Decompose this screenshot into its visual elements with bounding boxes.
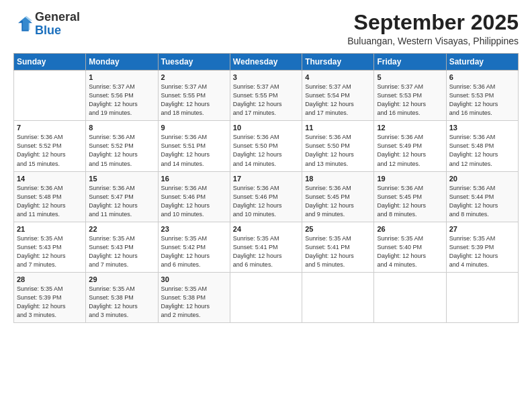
week-row-1: 1Sunrise: 5:37 AM Sunset: 5:56 PM Daylig…: [14, 71, 519, 121]
calendar-cell: 5Sunrise: 5:37 AM Sunset: 5:53 PM Daylig…: [374, 71, 446, 121]
calendar-cell: 13Sunrise: 5:36 AM Sunset: 5:48 PM Dayli…: [446, 121, 518, 171]
week-row-4: 21Sunrise: 5:35 AM Sunset: 5:43 PM Dayli…: [14, 222, 519, 272]
calendar-cell: 20Sunrise: 5:36 AM Sunset: 5:44 PM Dayli…: [446, 171, 518, 222]
calendar-cell: 19Sunrise: 5:36 AM Sunset: 5:45 PM Dayli…: [374, 171, 446, 222]
day-number: 17: [233, 175, 299, 183]
day-number: 26: [377, 225, 443, 233]
calendar-cell: 9Sunrise: 5:36 AM Sunset: 5:51 PM Daylig…: [158, 121, 230, 171]
day-number: 10: [233, 124, 299, 132]
calendar-cell: 25Sunrise: 5:35 AM Sunset: 5:41 PM Dayli…: [302, 222, 374, 272]
day-number: 20: [449, 175, 515, 183]
calendar-cell: 6Sunrise: 5:36 AM Sunset: 5:53 PM Daylig…: [446, 71, 518, 121]
day-number: 25: [305, 225, 371, 233]
col-header-tuesday: Tuesday: [158, 54, 230, 71]
calendar-cell: 4Sunrise: 5:37 AM Sunset: 5:54 PM Daylig…: [302, 71, 374, 121]
calendar-cell: 10Sunrise: 5:36 AM Sunset: 5:50 PM Dayli…: [230, 121, 302, 171]
calendar-cell: 11Sunrise: 5:36 AM Sunset: 5:50 PM Dayli…: [302, 121, 374, 171]
calendar-cell: 27Sunrise: 5:35 AM Sunset: 5:39 PM Dayli…: [446, 222, 518, 272]
day-number: 9: [161, 124, 227, 132]
calendar-cell: 22Sunrise: 5:35 AM Sunset: 5:43 PM Dayli…: [86, 222, 158, 272]
calendar-table: SundayMondayTuesdayWednesdayThursdayFrid…: [13, 53, 519, 323]
day-number: 8: [89, 124, 154, 132]
calendar-cell: [302, 272, 374, 322]
day-number: 11: [305, 124, 371, 132]
calendar-cell: 28Sunrise: 5:35 AM Sunset: 5:39 PM Dayli…: [14, 272, 86, 322]
calendar-cell: 16Sunrise: 5:36 AM Sunset: 5:46 PM Dayli…: [158, 171, 230, 222]
day-number: 7: [17, 124, 83, 132]
week-row-3: 14Sunrise: 5:36 AM Sunset: 5:48 PM Dayli…: [14, 171, 519, 222]
calendar-cell: 14Sunrise: 5:36 AM Sunset: 5:48 PM Dayli…: [14, 171, 86, 222]
week-row-2: 7Sunrise: 5:36 AM Sunset: 5:52 PM Daylig…: [14, 121, 519, 171]
calendar-cell: 3Sunrise: 5:37 AM Sunset: 5:55 PM Daylig…: [230, 71, 302, 121]
day-info: Sunrise: 5:36 AM Sunset: 5:48 PM Dayligh…: [17, 184, 83, 219]
day-number: 29: [89, 275, 154, 283]
title-block: September 2025 Buluangan, Western Visaya…: [347, 11, 519, 46]
calendar-cell: 23Sunrise: 5:35 AM Sunset: 5:42 PM Dayli…: [158, 222, 230, 272]
day-number: 12: [377, 124, 443, 132]
col-header-saturday: Saturday: [446, 54, 518, 71]
location-title: Buluangan, Western Visayas, Philippines: [347, 36, 519, 46]
calendar-header-row: SundayMondayTuesdayWednesdayThursdayFrid…: [14, 54, 519, 71]
day-number: 6: [449, 73, 515, 81]
calendar-cell: 1Sunrise: 5:37 AM Sunset: 5:56 PM Daylig…: [86, 71, 158, 121]
calendar-cell: 29Sunrise: 5:35 AM Sunset: 5:38 PM Dayli…: [86, 272, 158, 322]
day-info: Sunrise: 5:36 AM Sunset: 5:45 PM Dayligh…: [305, 184, 371, 219]
day-info: Sunrise: 5:35 AM Sunset: 5:43 PM Dayligh…: [89, 234, 154, 269]
col-header-monday: Monday: [86, 54, 158, 71]
day-info: Sunrise: 5:36 AM Sunset: 5:50 PM Dayligh…: [305, 133, 371, 168]
calendar-cell: 2Sunrise: 5:37 AM Sunset: 5:55 PM Daylig…: [158, 71, 230, 121]
month-title: September 2025: [347, 11, 519, 34]
day-info: Sunrise: 5:35 AM Sunset: 5:43 PM Dayligh…: [17, 234, 83, 269]
day-number: 21: [17, 225, 83, 233]
day-number: 14: [17, 175, 83, 183]
day-number: 4: [305, 73, 371, 81]
day-number: 27: [449, 225, 515, 233]
day-info: Sunrise: 5:37 AM Sunset: 5:53 PM Dayligh…: [377, 83, 443, 118]
day-info: Sunrise: 5:35 AM Sunset: 5:39 PM Dayligh…: [17, 285, 83, 320]
day-number: 5: [377, 73, 443, 81]
col-header-thursday: Thursday: [302, 54, 374, 71]
week-row-5: 28Sunrise: 5:35 AM Sunset: 5:39 PM Dayli…: [14, 272, 519, 322]
day-info: Sunrise: 5:36 AM Sunset: 5:51 PM Dayligh…: [161, 133, 227, 168]
day-info: Sunrise: 5:35 AM Sunset: 5:38 PM Dayligh…: [161, 285, 227, 320]
day-info: Sunrise: 5:35 AM Sunset: 5:40 PM Dayligh…: [377, 234, 443, 269]
day-number: 23: [161, 225, 227, 233]
logo-icon: [13, 15, 32, 34]
day-info: Sunrise: 5:36 AM Sunset: 5:47 PM Dayligh…: [89, 184, 154, 219]
day-info: Sunrise: 5:36 AM Sunset: 5:52 PM Dayligh…: [17, 133, 83, 168]
calendar-cell: 24Sunrise: 5:35 AM Sunset: 5:41 PM Dayli…: [230, 222, 302, 272]
calendar-cell: [14, 71, 86, 121]
calendar-cell: 30Sunrise: 5:35 AM Sunset: 5:38 PM Dayli…: [158, 272, 230, 322]
day-number: 2: [161, 73, 227, 81]
calendar-cell: 26Sunrise: 5:35 AM Sunset: 5:40 PM Dayli…: [374, 222, 446, 272]
day-number: 13: [449, 124, 515, 132]
logo-text: General Blue: [35, 11, 80, 38]
day-info: Sunrise: 5:36 AM Sunset: 5:46 PM Dayligh…: [161, 184, 227, 219]
day-info: Sunrise: 5:35 AM Sunset: 5:42 PM Dayligh…: [161, 234, 227, 269]
day-info: Sunrise: 5:36 AM Sunset: 5:49 PM Dayligh…: [377, 133, 443, 168]
calendar-cell: 8Sunrise: 5:36 AM Sunset: 5:52 PM Daylig…: [86, 121, 158, 171]
calendar-cell: 18Sunrise: 5:36 AM Sunset: 5:45 PM Dayli…: [302, 171, 374, 222]
day-number: 22: [89, 225, 154, 233]
day-info: Sunrise: 5:36 AM Sunset: 5:45 PM Dayligh…: [377, 184, 443, 219]
col-header-wednesday: Wednesday: [230, 54, 302, 71]
calendar-cell: 21Sunrise: 5:35 AM Sunset: 5:43 PM Dayli…: [14, 222, 86, 272]
day-info: Sunrise: 5:36 AM Sunset: 5:53 PM Dayligh…: [449, 83, 515, 118]
day-info: Sunrise: 5:35 AM Sunset: 5:39 PM Dayligh…: [449, 234, 515, 269]
calendar-cell: 12Sunrise: 5:36 AM Sunset: 5:49 PM Dayli…: [374, 121, 446, 171]
day-info: Sunrise: 5:37 AM Sunset: 5:54 PM Dayligh…: [305, 83, 371, 118]
calendar-cell: [446, 272, 518, 322]
day-number: 18: [305, 175, 371, 183]
day-number: 30: [161, 275, 227, 283]
col-header-friday: Friday: [374, 54, 446, 71]
day-info: Sunrise: 5:35 AM Sunset: 5:41 PM Dayligh…: [233, 234, 299, 269]
day-info: Sunrise: 5:35 AM Sunset: 5:41 PM Dayligh…: [305, 234, 371, 269]
calendar-cell: [374, 272, 446, 322]
calendar-cell: 7Sunrise: 5:36 AM Sunset: 5:52 PM Daylig…: [14, 121, 86, 171]
day-info: Sunrise: 5:37 AM Sunset: 5:55 PM Dayligh…: [161, 83, 227, 118]
day-number: 28: [17, 275, 83, 283]
day-number: 1: [89, 73, 154, 81]
day-info: Sunrise: 5:36 AM Sunset: 5:52 PM Dayligh…: [89, 133, 154, 168]
day-number: 19: [377, 175, 443, 183]
day-info: Sunrise: 5:35 AM Sunset: 5:38 PM Dayligh…: [89, 285, 154, 320]
